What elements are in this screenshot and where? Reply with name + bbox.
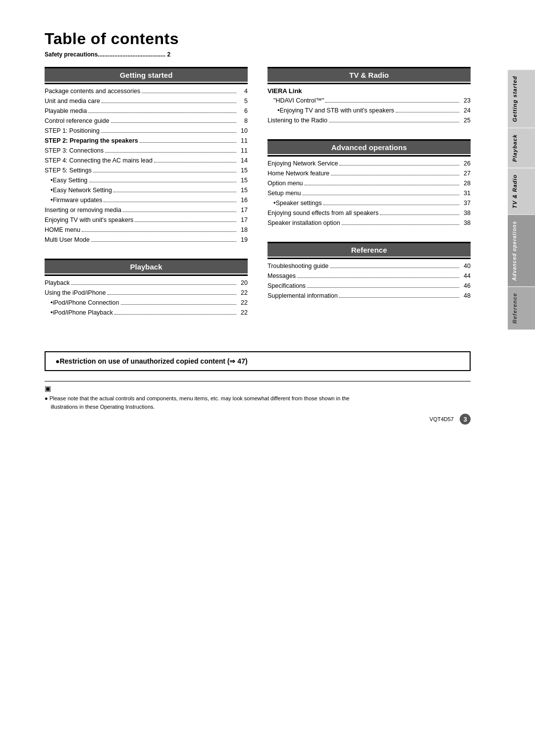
toc-item: Control reference guide8 (45, 116, 248, 126)
toc-dots (71, 284, 236, 285)
toc-dots (91, 241, 236, 242)
toc-item: STEP 2: Preparing the speakers11 (45, 136, 248, 146)
toc-item-text: Messages (268, 271, 296, 281)
toc-page-num: 24 (461, 106, 471, 115)
toc-item: Unit and media care5 (45, 96, 248, 106)
toc-item: Supplemental information48 (268, 291, 471, 301)
version-code: VQT4D57 (429, 416, 454, 422)
toc-item: Specifications46 (268, 281, 471, 291)
toc-dots (135, 221, 236, 222)
toc-page-num: 46 (461, 281, 471, 291)
toc-page-num: 40 (461, 261, 471, 271)
toc-dots (142, 93, 236, 93)
toc-page-num: 31 (461, 188, 471, 198)
right-column: TV & Radio VIERA Link"HDAVI Control™"23•… (268, 67, 471, 331)
toc-dots (114, 314, 236, 315)
toc-page-num: 23 (461, 96, 471, 106)
toc-dots (302, 195, 459, 195)
toc-item-text: STEP 3: Connections (45, 146, 104, 156)
section-getting-started: Getting started Package contents and acc… (45, 67, 248, 247)
toc-item-text: Supplemental information (268, 291, 338, 301)
toc-item: •iPod/iPhone Connection22 (45, 298, 248, 308)
footer-note: ● Please note that the actual controls a… (45, 394, 471, 411)
toc-item: Multi User Mode19 (45, 235, 248, 245)
toc-dots (339, 297, 459, 298)
toc-page-num: 37 (461, 198, 471, 208)
toc-item: STEP 5: Settings15 (45, 165, 248, 175)
toc-dots (297, 277, 459, 278)
toc-item-text: "HDAVI Control™" (273, 96, 324, 106)
toc-dots (325, 102, 459, 103)
side-tab-reference: Reference (508, 286, 535, 329)
toc-page-num: 15 (238, 165, 248, 175)
toc-item: STEP 3: Connections11 (45, 146, 248, 156)
page-number-area: VQT4D57 3 (45, 414, 471, 425)
toc-dots (342, 224, 459, 225)
toc-page-num: 26 (461, 159, 471, 168)
toc-item-text: Troubleshooting guide (268, 261, 328, 271)
toc-item: Listening to the Radio25 (268, 115, 471, 125)
toc-dots (121, 304, 236, 305)
toc-dots (88, 112, 236, 113)
toc-item-text: Home Network feature (268, 168, 329, 178)
page-number: 3 (460, 414, 471, 425)
section-header-advanced: Advanced operations (268, 141, 471, 154)
toc-dots (82, 231, 236, 232)
toc-page-num: 22 (238, 308, 248, 318)
toc-page-num: 18 (238, 225, 248, 235)
section-advanced-operations: Advanced operations Enjoying Network Ser… (268, 139, 471, 230)
toc-dots (107, 294, 236, 295)
page: Getting started Playback TV & Radio Adva… (0, 0, 535, 454)
toc-item-text: STEP 4: Connecting the AC mains lead (45, 156, 153, 165)
toc-page-num: 6 (238, 106, 248, 116)
toc-item-text: Setup menu (268, 188, 301, 198)
toc-dots (93, 172, 236, 172)
toc-page-num: 17 (238, 205, 248, 215)
toc-item: Package contents and accessories4 (45, 86, 248, 96)
section-playback: Playback Playback20Using the iPod/iPhone… (45, 259, 248, 320)
toc-page-num: 14 (238, 156, 248, 165)
toc-dots (380, 215, 459, 215)
toc-page-num: 11 (238, 136, 248, 146)
toc-dots (102, 103, 236, 103)
toc-dots (154, 162, 236, 162)
playback-items: Playback20Using the iPod/iPhone22•iPod/i… (45, 276, 248, 320)
toc-item-text: STEP 1: Positioning (45, 126, 100, 136)
toc-item: •Easy Network Setting15 (45, 185, 248, 195)
toc-dots (305, 185, 459, 185)
left-column: Getting started Package contents and acc… (45, 67, 248, 331)
toc-page-num: 44 (461, 271, 471, 281)
toc-dots (104, 202, 236, 202)
toc-page-num: 28 (461, 178, 471, 188)
side-tab-tv-radio: TV & Radio (508, 168, 535, 215)
toc-page-num: 22 (238, 288, 248, 298)
toc-page-num: 48 (461, 291, 471, 301)
toc-dots (331, 175, 459, 175)
toc-dots (113, 192, 236, 192)
toc-page-num: 38 (461, 218, 471, 228)
toc-item: "HDAVI Control™"23 (268, 96, 471, 106)
section-header-reference: Reference (268, 243, 471, 257)
toc-page-num: 19 (238, 235, 248, 245)
toc-item-text: Speaker installation option (268, 218, 340, 228)
toc-item: HOME menu18 (45, 225, 248, 235)
reference-items: Troubleshooting guide40Messages44Specifi… (268, 259, 471, 303)
toc-item: •iPod/iPhone Playback22 (45, 308, 248, 318)
toc-item-text: Using the iPod/iPhone (45, 288, 106, 298)
section-tv-radio: TV & Radio VIERA Link"HDAVI Control™"23•… (268, 67, 471, 127)
toc-item-text: Specifications (268, 281, 306, 291)
toc-item: •Easy Setting15 (45, 175, 248, 185)
toc-item-text: Listening to the Radio (268, 115, 327, 125)
toc-page-num: 8 (238, 116, 248, 126)
toc-page-num: 22 (238, 298, 248, 308)
toc-item: Playback20 (45, 278, 248, 288)
viera-link-header: VIERA Link (268, 86, 471, 96)
toc-page-num: 20 (238, 278, 248, 288)
section-reference: Reference Troubleshooting guide40Message… (268, 242, 471, 303)
toc-item-text: •Easy Setting (51, 175, 88, 185)
toc-item: STEP 4: Connecting the AC mains lead14 (45, 156, 248, 165)
toc-dots (123, 212, 236, 212)
toc-item: STEP 1: Positioning10 (45, 126, 248, 136)
toc-item: Enjoying sound effects from all speakers… (268, 208, 471, 218)
toc-item-text: •iPod/iPhone Connection (51, 298, 119, 308)
